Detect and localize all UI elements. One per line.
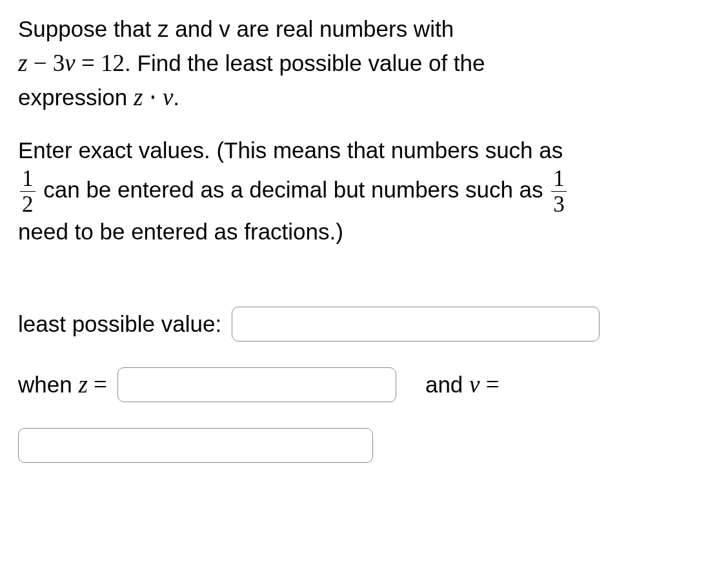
expr-v: v bbox=[163, 84, 173, 110]
v-input[interactable] bbox=[18, 428, 373, 463]
v-row bbox=[18, 428, 710, 463]
eqn-3: 3 bbox=[53, 50, 65, 76]
and-label: and bbox=[425, 372, 469, 397]
instruction-line1: Enter exact values. (This means that num… bbox=[18, 138, 563, 163]
expr-period: . bbox=[173, 85, 179, 110]
problem-line3-prefix: expression bbox=[18, 85, 134, 110]
lpv-label: least possible value: bbox=[18, 311, 221, 337]
v-var-label: v bbox=[469, 371, 480, 398]
instruction-line3: need to be entered as fractions.) bbox=[18, 219, 343, 244]
when-label: when bbox=[18, 372, 78, 397]
when-z-label: when z = bbox=[18, 371, 107, 398]
lpv-row: least possible value: bbox=[18, 307, 710, 341]
problem-statement: Suppose that z and v are real numbers wi… bbox=[18, 13, 710, 115]
eqn-period: . bbox=[125, 50, 137, 76]
v-eq: = bbox=[480, 371, 500, 398]
fraction-one-half: 1 2 bbox=[20, 167, 35, 216]
zv-row: when z = and v = bbox=[18, 367, 710, 402]
and-v-label: and v = bbox=[425, 371, 500, 398]
expr-dot: ⋅ bbox=[143, 84, 163, 110]
z-eq: = bbox=[88, 371, 107, 398]
eqn-12: 12 bbox=[101, 50, 125, 76]
instruction-text: Enter exact values. (This means that num… bbox=[18, 134, 710, 249]
eqn-minus: − bbox=[27, 50, 52, 76]
frac-den-2: 2 bbox=[20, 191, 35, 216]
frac-den-3: 3 bbox=[551, 191, 567, 216]
problem-line2-suffix: Find the least possible value of the bbox=[137, 50, 485, 76]
frac-num-1b: 1 bbox=[551, 167, 567, 191]
z-input[interactable] bbox=[117, 367, 396, 402]
eqn-eq: = bbox=[76, 50, 101, 76]
instruction-line2-mid: can be entered as a decimal but numbers … bbox=[37, 177, 550, 202]
problem-line1: Suppose that z and v are real numbers wi… bbox=[18, 16, 454, 41]
frac-num-1: 1 bbox=[20, 167, 35, 191]
eqn-var-z: z bbox=[18, 50, 27, 76]
eqn-var-v: v bbox=[65, 50, 75, 76]
z-var-label: z bbox=[78, 371, 87, 398]
fraction-one-third: 1 3 bbox=[551, 167, 567, 216]
lpv-input[interactable] bbox=[232, 307, 600, 341]
expr-z: z bbox=[134, 84, 143, 110]
